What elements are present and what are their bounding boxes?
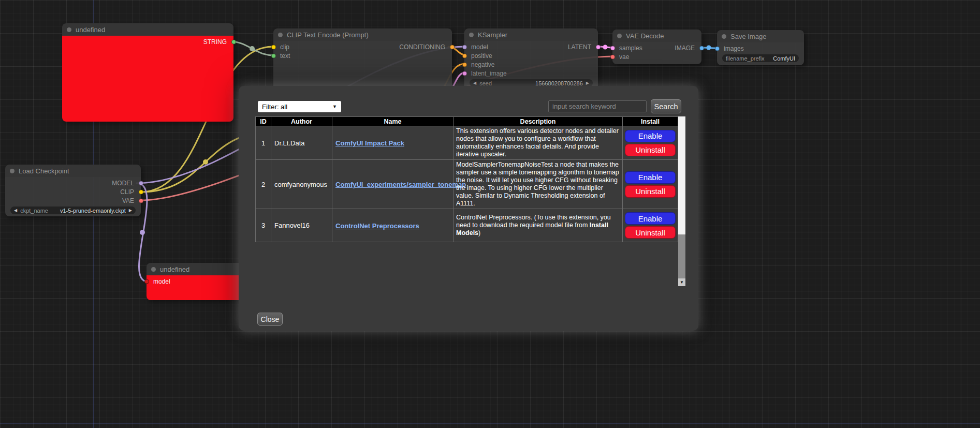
filename-prefix-label: filename_prefix — [726, 55, 765, 62]
scroll-down-icon: ▼ — [680, 280, 684, 285]
collapse-dot-icon[interactable] — [10, 169, 14, 173]
node-load-checkpoint[interactable]: Load Checkpoint MODEL CLIP VAE ◀ ckpt_na… — [5, 165, 141, 216]
input-pin-text[interactable] — [271, 53, 276, 58]
extension-row: 1 Dr.Lt.Data ComfyUI Impact Pack This ex… — [256, 126, 678, 160]
slot-row: text — [273, 51, 452, 60]
table-scrollbar[interactable]: ▼ — [678, 116, 685, 286]
output-slot-label: CLIP — [120, 188, 134, 196]
filename-prefix-widget[interactable]: filename_prefix ComfyUI — [722, 54, 799, 62]
node-title: undefined — [160, 265, 189, 273]
close-button[interactable]: Close — [257, 313, 283, 326]
header-author: Author — [271, 117, 332, 126]
enable-button[interactable]: Enable — [625, 212, 676, 225]
output-pin-vae[interactable] — [139, 198, 143, 203]
input-slot-label: model — [153, 278, 170, 285]
ckpt-name-value: v1-5-pruned-emaonly.ckpt — [60, 208, 126, 214]
input-slot-label: negative — [471, 61, 494, 68]
enable-button[interactable]: Enable — [625, 171, 676, 184]
output-pin-image[interactable] — [699, 46, 704, 50]
node-title-bar[interactable]: KSampler — [464, 28, 598, 41]
node-vae-decode[interactable]: VAE Decode samples IMAGE vae — [612, 29, 701, 64]
output-slot-label: MODEL — [112, 180, 134, 187]
prev-arrow-icon[interactable]: ◀ — [14, 209, 17, 213]
cell-author: Dr.Lt.Data — [271, 126, 332, 160]
input-pin-negative[interactable] — [462, 62, 467, 67]
input-pin-samples[interactable] — [610, 46, 615, 50]
cell-author: Fannovel16 — [271, 209, 332, 242]
cell-install: Enable Uninstall — [623, 126, 678, 160]
collapse-dot-icon[interactable] — [67, 27, 71, 32]
input-pin-clip[interactable] — [271, 45, 276, 49]
extension-row: 3 Fannovel16 ControlNet Preprocessors Co… — [256, 209, 678, 242]
ckpt-name-widget[interactable]: ◀ ckpt_name v1-5-pruned-emaonly.ckpt ▶ — [10, 206, 136, 214]
cell-install: Enable Uninstall — [623, 160, 678, 209]
input-pin-model[interactable] — [462, 45, 467, 49]
search-input[interactable] — [548, 100, 647, 112]
search-button[interactable]: Search — [651, 99, 681, 113]
link-dot-string — [250, 46, 255, 51]
collapse-dot-icon[interactable] — [617, 34, 622, 38]
node-title-bar[interactable]: Load Checkpoint — [5, 165, 141, 177]
next-arrow-icon[interactable]: ▶ — [129, 209, 132, 213]
collapse-dot-icon[interactable] — [278, 33, 283, 37]
seed-widget-label: seed — [479, 80, 492, 86]
node-title-bar[interactable]: undefined — [62, 23, 233, 36]
slot-row: VAE — [5, 196, 141, 205]
uninstall-button[interactable]: Uninstall — [625, 144, 676, 156]
node-save-image[interactable]: Save Image images filename_prefix ComfyU… — [717, 30, 804, 65]
output-pin-latent[interactable] — [596, 45, 601, 49]
scroll-down-button[interactable]: ▼ — [678, 278, 685, 286]
increment-arrow-icon[interactable]: ▶ — [586, 81, 589, 85]
slot-row: latent_image — [464, 69, 598, 78]
uninstall-button[interactable]: Uninstall — [625, 185, 676, 198]
node-title: undefined — [76, 26, 105, 34]
input-slot-label: model — [471, 43, 488, 51]
node-undefined-model[interactable]: undefined model — [147, 263, 243, 300]
seed-widget-value: 156680208700286 — [535, 80, 583, 86]
cell-name: ComfyUI Impact Pack — [332, 126, 454, 160]
node-undefined-string[interactable]: undefined STRING — [62, 23, 233, 122]
cell-id: 2 — [256, 160, 271, 209]
node-title-bar[interactable]: VAE Decode — [612, 29, 701, 42]
collapse-dot-icon[interactable] — [151, 267, 156, 272]
node-title: CLIP Text Encode (Prompt) — [287, 31, 369, 39]
extension-link[interactable]: ComfyUI_experiments/sampler_tonemap — [335, 181, 466, 188]
slot-row: images — [717, 44, 804, 53]
output-slot-label: VAE — [122, 197, 134, 204]
filter-select[interactable]: Filter: all ▼ — [258, 101, 341, 112]
output-slot-label: CONDITIONING — [399, 43, 445, 51]
input-pin-latent-image[interactable] — [462, 71, 467, 76]
input-slot-label: vae — [619, 53, 629, 61]
input-pin-images[interactable] — [715, 46, 720, 51]
extensions-table: ID Author Name Description Install 1 Dr.… — [255, 116, 685, 286]
extension-link[interactable]: ComfyUI Impact Pack — [335, 139, 404, 147]
header-description: Description — [454, 117, 623, 126]
output-slot-label: LATENT — [568, 43, 591, 51]
output-pin-model[interactable] — [139, 181, 143, 185]
input-pin-model[interactable] — [144, 279, 149, 284]
node-title-bar[interactable]: Save Image — [717, 30, 804, 42]
node-canvas[interactable]: undefined STRING CLIP Text Encode (Promp… — [0, 0, 980, 428]
wire-string-to-text — [230, 41, 273, 55]
filename-prefix-value: ComfyUI — [773, 55, 795, 62]
input-pin-vae[interactable] — [610, 54, 615, 59]
input-slot-label: text — [280, 52, 290, 60]
input-slot-label: latent_image — [471, 70, 507, 77]
slot-row: clip CONDITIONING — [273, 42, 452, 51]
node-title-bar[interactable]: CLIP Text Encode (Prompt) — [273, 28, 452, 41]
decrement-arrow-icon[interactable]: ◀ — [473, 81, 476, 85]
collapse-dot-icon[interactable] — [469, 33, 474, 37]
output-pin-conditioning[interactable] — [450, 45, 455, 49]
output-pin-string[interactable] — [231, 39, 236, 44]
collapse-dot-icon[interactable] — [722, 34, 726, 39]
node-title-bar[interactable]: undefined — [147, 263, 243, 275]
extension-link[interactable]: ControlNet Preprocessors — [335, 222, 419, 230]
uninstall-button[interactable]: Uninstall — [625, 226, 676, 239]
link-dot-model — [140, 230, 145, 235]
output-pin-clip[interactable] — [139, 189, 143, 194]
header-install: Install — [623, 117, 678, 126]
input-pin-positive[interactable] — [462, 53, 467, 58]
output-slot-label: IMAGE — [675, 45, 695, 52]
enable-button[interactable]: Enable — [625, 130, 676, 142]
scrollbar-thumb[interactable] — [678, 116, 685, 234]
